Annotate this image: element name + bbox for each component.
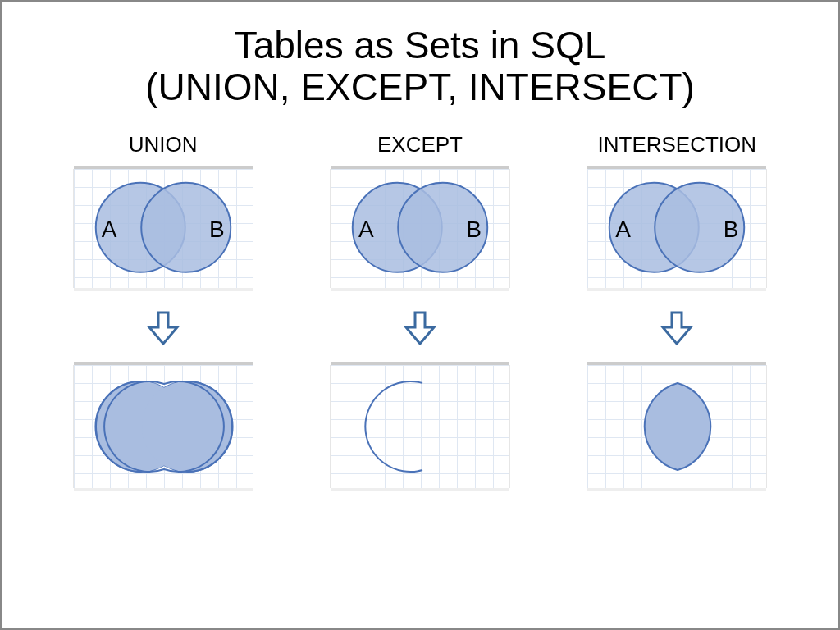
venn-diagram-icon xyxy=(74,169,253,287)
column-label-except: EXCEPT xyxy=(377,132,463,158)
set-b-label: B xyxy=(724,217,739,243)
set-a-label: A xyxy=(358,217,374,243)
column-except: EXCEPT A B xyxy=(305,132,535,488)
venn-diagram-icon xyxy=(587,169,766,287)
column-label-union: UNION xyxy=(129,132,198,158)
title-line-1: Tables as Sets in SQL xyxy=(235,24,606,66)
venn-panel-intersection: A B xyxy=(587,169,767,288)
set-a-label: A xyxy=(102,217,117,243)
result-panel-union xyxy=(73,365,253,488)
result-panel-except xyxy=(330,365,510,488)
slide: Tables as Sets in SQL (UNION, EXCEPT, IN… xyxy=(0,0,840,630)
column-union: UNION A B xyxy=(48,132,278,488)
venn-diagram-icon xyxy=(331,169,509,287)
result-panel-intersection xyxy=(587,365,767,488)
arrow-down-icon xyxy=(658,309,696,347)
union-shape-icon xyxy=(74,365,254,488)
arrow-down-icon xyxy=(144,309,182,347)
column-intersection: INTERSECTION A B xyxy=(562,132,792,488)
columns: UNION A B xyxy=(2,132,838,488)
set-b-label: B xyxy=(466,217,482,243)
column-label-intersection: INTERSECTION xyxy=(598,132,757,158)
venn-panel-except: A B xyxy=(330,169,510,288)
set-b-label: B xyxy=(209,217,225,243)
title-line-2: (UNION, EXCEPT, INTERSECT) xyxy=(145,66,695,108)
set-a-label: A xyxy=(615,217,631,243)
venn-panel-union: A B xyxy=(73,169,253,288)
except-shape-icon xyxy=(331,365,511,488)
intersection-shape-icon xyxy=(587,365,768,488)
slide-title: Tables as Sets in SQL (UNION, EXCEPT, IN… xyxy=(2,25,838,107)
arrow-down-icon xyxy=(401,309,439,347)
